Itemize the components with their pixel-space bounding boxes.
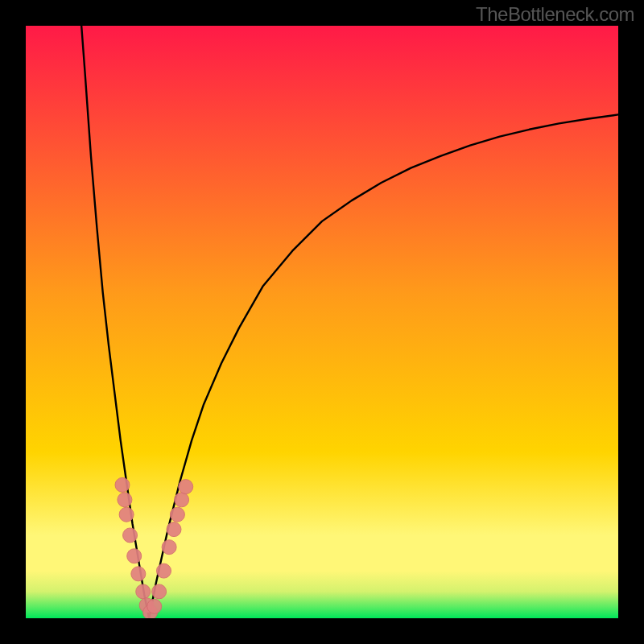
data-dot: [175, 493, 189, 507]
data-dot: [170, 507, 184, 522]
data-dot: [119, 507, 134, 522]
data-dot: [136, 584, 151, 599]
data-dot: [179, 480, 193, 494]
outer-frame: TheBottleneck.com: [0, 0, 644, 644]
data-dot: [123, 528, 138, 543]
chart-background: [26, 26, 618, 618]
data-dot: [131, 567, 146, 581]
data-dot: [115, 477, 130, 492]
data-dot: [147, 599, 162, 613]
watermark-text: TheBottleneck.com: [476, 3, 634, 26]
data-dot: [162, 540, 176, 555]
data-dot: [118, 493, 132, 507]
chart-plot-area: [26, 26, 618, 618]
data-dot: [167, 522, 181, 537]
data-dot: [152, 584, 167, 599]
data-dot: [156, 564, 171, 578]
chart-svg: [26, 26, 618, 618]
data-dot: [127, 549, 142, 564]
